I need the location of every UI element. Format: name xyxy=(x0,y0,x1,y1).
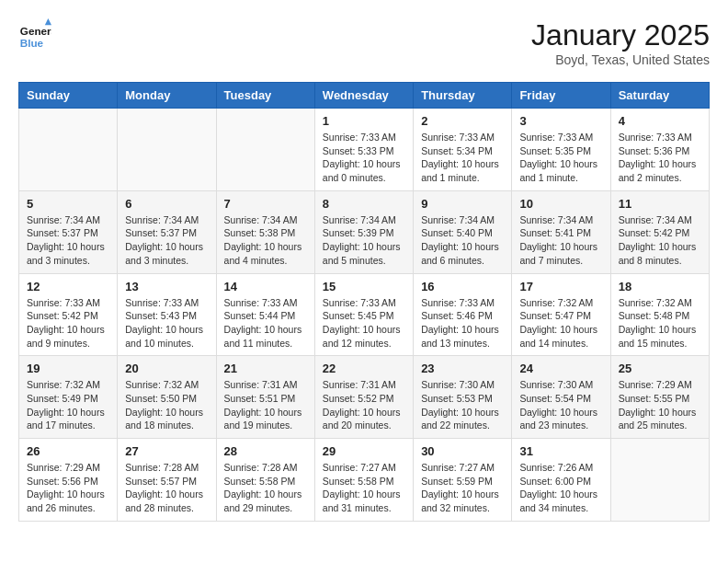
day-info: Sunrise: 7:31 AM Sunset: 5:51 PM Dayligh… xyxy=(224,378,307,432)
day-info: Sunrise: 7:34 AM Sunset: 5:41 PM Dayligh… xyxy=(519,213,602,268)
calendar-cell: 29Sunrise: 7:27 AM Sunset: 5:58 PM Dayli… xyxy=(314,439,413,522)
calendar-cell: 7Sunrise: 7:34 AM Sunset: 5:38 PM Daylig… xyxy=(216,190,314,273)
calendar-cell: 26Sunrise: 7:29 AM Sunset: 5:56 PM Dayli… xyxy=(19,439,118,522)
day-info: Sunrise: 7:34 AM Sunset: 5:38 PM Dayligh… xyxy=(224,213,307,268)
week-row-1: 1Sunrise: 7:33 AM Sunset: 5:33 PM Daylig… xyxy=(19,109,710,191)
calendar-cell xyxy=(216,109,314,191)
day-number: 13 xyxy=(125,280,208,293)
day-info: Sunrise: 7:32 AM Sunset: 5:48 PM Dayligh… xyxy=(619,296,701,350)
calendar-cell: 5Sunrise: 7:34 AM Sunset: 5:37 PM Daylig… xyxy=(19,190,118,273)
calendar-cell: 15Sunrise: 7:33 AM Sunset: 5:45 PM Dayli… xyxy=(314,273,413,356)
day-info: Sunrise: 7:29 AM Sunset: 5:56 PM Dayligh… xyxy=(27,461,109,515)
calendar-cell: 27Sunrise: 7:28 AM Sunset: 5:57 PM Dayli… xyxy=(118,439,216,522)
day-number: 17 xyxy=(519,280,602,293)
title-block: January 2025 Boyd, Texas, United States xyxy=(531,18,710,67)
day-number: 22 xyxy=(323,362,405,375)
week-row-5: 26Sunrise: 7:29 AM Sunset: 5:56 PM Dayli… xyxy=(19,439,710,522)
calendar-cell: 11Sunrise: 7:34 AM Sunset: 5:42 PM Dayli… xyxy=(610,190,709,273)
day-number: 19 xyxy=(27,362,109,375)
day-number: 14 xyxy=(224,280,307,293)
day-number: 27 xyxy=(125,444,208,458)
week-row-2: 5Sunrise: 7:34 AM Sunset: 5:37 PM Daylig… xyxy=(19,190,710,273)
location: Boyd, Texas, United States xyxy=(531,52,710,67)
day-number: 31 xyxy=(519,444,602,458)
day-info: Sunrise: 7:32 AM Sunset: 5:49 PM Dayligh… xyxy=(27,378,109,432)
calendar-cell: 25Sunrise: 7:29 AM Sunset: 5:55 PM Dayli… xyxy=(610,356,709,439)
day-number: 8 xyxy=(323,197,405,211)
calendar-cell: 19Sunrise: 7:32 AM Sunset: 5:49 PM Dayli… xyxy=(19,356,118,439)
day-info: Sunrise: 7:34 AM Sunset: 5:40 PM Dayligh… xyxy=(421,213,504,268)
day-number: 23 xyxy=(421,362,504,375)
calendar-cell: 3Sunrise: 7:33 AM Sunset: 5:35 PM Daylig… xyxy=(512,109,610,191)
weekday-header-saturday: Saturday xyxy=(610,83,709,109)
calendar-cell: 18Sunrise: 7:32 AM Sunset: 5:48 PM Dayli… xyxy=(610,273,709,356)
day-number: 6 xyxy=(125,197,208,211)
week-row-3: 12Sunrise: 7:33 AM Sunset: 5:42 PM Dayli… xyxy=(19,273,710,356)
day-number: 28 xyxy=(224,444,307,458)
week-row-4: 19Sunrise: 7:32 AM Sunset: 5:49 PM Dayli… xyxy=(19,356,710,439)
day-number: 20 xyxy=(125,362,208,375)
day-info: Sunrise: 7:34 AM Sunset: 5:37 PM Dayligh… xyxy=(125,213,208,268)
svg-text:Blue: Blue xyxy=(20,37,44,49)
day-number: 30 xyxy=(421,444,504,458)
weekday-header-tuesday: Tuesday xyxy=(216,83,314,109)
day-number: 18 xyxy=(619,280,701,293)
day-info: Sunrise: 7:31 AM Sunset: 5:52 PM Dayligh… xyxy=(323,378,405,432)
day-info: Sunrise: 7:33 AM Sunset: 5:45 PM Dayligh… xyxy=(323,296,405,350)
calendar-cell: 31Sunrise: 7:26 AM Sunset: 6:00 PM Dayli… xyxy=(512,439,610,522)
day-number: 9 xyxy=(421,197,504,211)
calendar-cell: 24Sunrise: 7:30 AM Sunset: 5:54 PM Dayli… xyxy=(512,356,610,439)
day-info: Sunrise: 7:32 AM Sunset: 5:47 PM Dayligh… xyxy=(519,296,602,350)
day-info: Sunrise: 7:33 AM Sunset: 5:44 PM Dayligh… xyxy=(224,296,307,350)
calendar-cell: 9Sunrise: 7:34 AM Sunset: 5:40 PM Daylig… xyxy=(414,190,512,273)
calendar-cell: 2Sunrise: 7:33 AM Sunset: 5:34 PM Daylig… xyxy=(414,109,512,191)
day-info: Sunrise: 7:33 AM Sunset: 5:35 PM Dayligh… xyxy=(519,131,602,185)
calendar-cell: 12Sunrise: 7:33 AM Sunset: 5:42 PM Dayli… xyxy=(19,273,118,356)
day-number: 29 xyxy=(323,444,405,458)
day-number: 21 xyxy=(224,362,307,375)
day-number: 4 xyxy=(619,114,701,128)
day-info: Sunrise: 7:27 AM Sunset: 5:59 PM Dayligh… xyxy=(421,461,504,515)
calendar-cell: 23Sunrise: 7:30 AM Sunset: 5:53 PM Dayli… xyxy=(414,356,512,439)
day-info: Sunrise: 7:30 AM Sunset: 5:53 PM Dayligh… xyxy=(421,378,504,432)
day-number: 15 xyxy=(323,280,405,293)
calendar-cell: 28Sunrise: 7:28 AM Sunset: 5:58 PM Dayli… xyxy=(216,439,314,522)
calendar-cell: 17Sunrise: 7:32 AM Sunset: 5:47 PM Dayli… xyxy=(512,273,610,356)
day-number: 10 xyxy=(519,197,602,211)
day-number: 11 xyxy=(619,197,701,211)
calendar-cell xyxy=(118,109,216,191)
weekday-header-monday: Monday xyxy=(118,83,216,109)
day-number: 3 xyxy=(519,114,602,128)
day-number: 24 xyxy=(519,362,602,375)
calendar-cell: 22Sunrise: 7:31 AM Sunset: 5:52 PM Dayli… xyxy=(314,356,413,439)
calendar-cell: 1Sunrise: 7:33 AM Sunset: 5:33 PM Daylig… xyxy=(314,109,413,191)
calendar-cell: 20Sunrise: 7:32 AM Sunset: 5:50 PM Dayli… xyxy=(118,356,216,439)
svg-text:General: General xyxy=(20,25,51,37)
day-info: Sunrise: 7:28 AM Sunset: 5:58 PM Dayligh… xyxy=(224,461,307,515)
day-info: Sunrise: 7:32 AM Sunset: 5:50 PM Dayligh… xyxy=(125,378,208,432)
day-info: Sunrise: 7:34 AM Sunset: 5:37 PM Dayligh… xyxy=(27,213,109,268)
day-number: 26 xyxy=(27,444,109,458)
day-info: Sunrise: 7:26 AM Sunset: 6:00 PM Dayligh… xyxy=(519,461,602,515)
day-info: Sunrise: 7:30 AM Sunset: 5:54 PM Dayligh… xyxy=(519,378,602,432)
weekday-header-row: SundayMondayTuesdayWednesdayThursdayFrid… xyxy=(19,83,710,109)
day-number: 25 xyxy=(619,362,701,375)
calendar-cell: 14Sunrise: 7:33 AM Sunset: 5:44 PM Dayli… xyxy=(216,273,314,356)
calendar-cell: 30Sunrise: 7:27 AM Sunset: 5:59 PM Dayli… xyxy=(414,439,512,522)
svg-marker-2 xyxy=(45,18,51,25)
calendar-cell xyxy=(19,109,118,191)
weekday-header-wednesday: Wednesday xyxy=(314,83,413,109)
month-title: January 2025 xyxy=(531,18,710,52)
day-number: 7 xyxy=(224,197,307,211)
day-info: Sunrise: 7:33 AM Sunset: 5:43 PM Dayligh… xyxy=(125,296,208,350)
day-number: 16 xyxy=(421,280,504,293)
day-number: 5 xyxy=(27,197,109,211)
calendar-cell: 21Sunrise: 7:31 AM Sunset: 5:51 PM Dayli… xyxy=(216,356,314,439)
day-info: Sunrise: 7:33 AM Sunset: 5:46 PM Dayligh… xyxy=(421,296,504,350)
day-info: Sunrise: 7:33 AM Sunset: 5:36 PM Dayligh… xyxy=(619,131,701,185)
page-header: General Blue January 2025 Boyd, Texas, U… xyxy=(18,18,710,67)
calendar-table: SundayMondayTuesdayWednesdayThursdayFrid… xyxy=(18,82,710,522)
logo: General Blue xyxy=(18,18,51,52)
weekday-header-friday: Friday xyxy=(512,83,610,109)
calendar-cell xyxy=(610,439,709,522)
